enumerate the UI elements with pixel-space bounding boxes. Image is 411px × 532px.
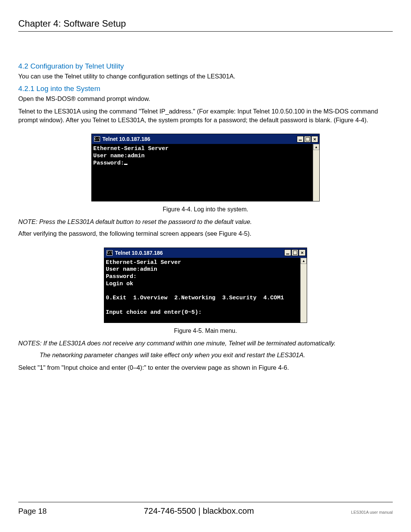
- scrollbar[interactable]: ▲: [313, 144, 319, 201]
- scroll-track[interactable]: [313, 150, 319, 201]
- paragraph: After verifying the password, the follow…: [18, 229, 393, 238]
- close-button[interactable]: ×: [299, 249, 306, 256]
- maximize-button[interactable]: [292, 249, 298, 256]
- figure-caption: Figure 4-4. Log into the system.: [18, 206, 393, 213]
- terminal-window-fig4-4: C:\ Telnet 10.0.187.186 × Ethernet-Seria…: [91, 134, 320, 201]
- note-text: The networking parameter changes will ta…: [18, 351, 393, 359]
- cmd-icon: C:\: [107, 250, 113, 256]
- paragraph: You can use the Telnet utility to change…: [18, 72, 393, 81]
- paragraph: Open the MS-DOS® command prompt window.: [18, 94, 393, 103]
- page-number: Page 18: [18, 507, 47, 516]
- scroll-up-icon[interactable]: ▲: [313, 144, 319, 150]
- window-title: Telnet 10.0.187.186: [102, 136, 297, 142]
- close-button[interactable]: ×: [311, 136, 318, 142]
- page-footer: Page 18 724-746-5500 | blackbox.com LES3…: [18, 502, 393, 516]
- scrollbar[interactable]: ▲: [300, 258, 307, 323]
- window-titlebar[interactable]: C:\ Telnet 10.0.187.186 ×: [92, 134, 319, 144]
- subsection-heading-4-2-1: 4.2.1 Log into the System: [18, 85, 393, 93]
- paragraph: Telnet to the LES301A using the command …: [18, 107, 393, 125]
- minimize-button[interactable]: [297, 136, 304, 142]
- figure-caption: Figure 4-5. Main menu.: [18, 328, 393, 334]
- scroll-track[interactable]: [301, 264, 307, 323]
- minimize-button[interactable]: [284, 249, 291, 256]
- window-title: Telnet 10.0.187.186: [115, 250, 284, 256]
- cmd-icon: C:\: [94, 136, 100, 142]
- cursor-icon: [124, 164, 127, 165]
- note-text: NOTE: Press the LES301A default button t…: [18, 217, 393, 226]
- maximize-button[interactable]: [304, 136, 311, 142]
- terminal-window-fig4-5: C:\ Telnet 10.0.187.186 × Ethernet-Seria…: [104, 248, 307, 323]
- terminal-output[interactable]: Ethernet-Serial Server User name:admin P…: [92, 144, 313, 201]
- chapter-title: Chapter 4: Software Setup: [18, 18, 393, 32]
- section-heading-4-2: 4.2 Configuration by Telnet Utility: [18, 62, 393, 70]
- note-text: NOTES: If the LES301A does not receive a…: [18, 339, 393, 348]
- terminal-output[interactable]: Ethernet-Serial Server User name:admin P…: [104, 258, 300, 323]
- footer-contact: 724-746-5500 | blackbox.com: [47, 506, 351, 516]
- manual-label: LES301A user manual: [351, 510, 393, 514]
- window-titlebar[interactable]: C:\ Telnet 10.0.187.186 ×: [104, 248, 307, 258]
- paragraph: Select "1" from "Input choice and enter …: [18, 363, 393, 372]
- scroll-up-icon[interactable]: ▲: [301, 258, 307, 264]
